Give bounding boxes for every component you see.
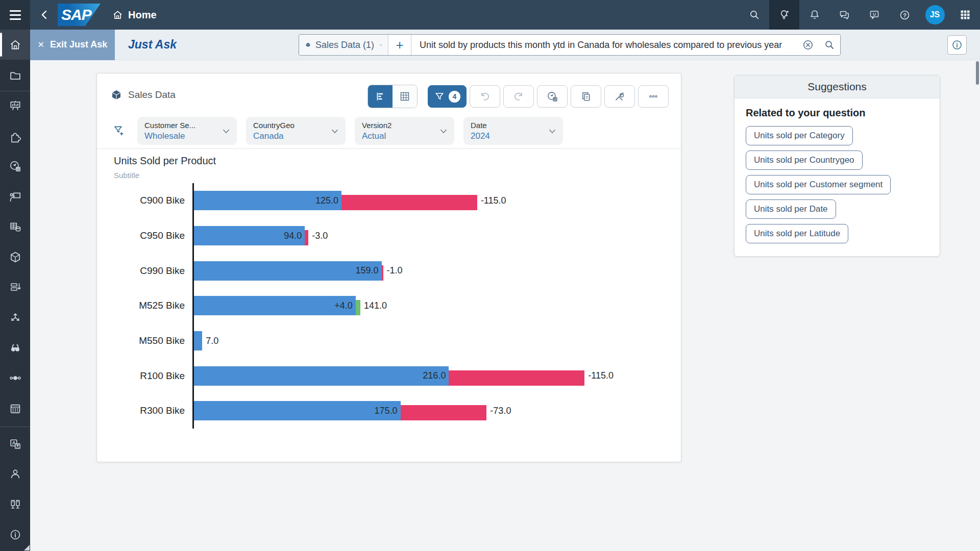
negative-variance-bar[interactable] bbox=[341, 195, 477, 210]
sidebar-item-system-information[interactable] bbox=[0, 522, 30, 547]
help-button[interactable]: ? bbox=[890, 0, 920, 30]
sidebar-item-data-flows[interactable] bbox=[0, 366, 30, 390]
bar-group: 125.0-115.0 bbox=[194, 183, 681, 218]
edit-tools-button[interactable] bbox=[604, 85, 635, 108]
value-bar[interactable]: 94.0 bbox=[194, 226, 305, 245]
value-bar[interactable]: 125.0 bbox=[194, 191, 341, 210]
notifications-button[interactable] bbox=[799, 0, 829, 30]
funnel-icon bbox=[434, 91, 445, 102]
sidebar-item-datasets[interactable] bbox=[0, 215, 30, 239]
table-view-button[interactable] bbox=[393, 85, 417, 108]
category-label: M525 Bike bbox=[97, 300, 185, 311]
sidebar-item-home[interactable] bbox=[0, 30, 30, 60]
add-dataset-button[interactable]: + bbox=[388, 35, 411, 55]
sidebar-item-connections[interactable] bbox=[0, 492, 30, 517]
sidebar-item-modeler[interactable] bbox=[0, 245, 30, 269]
suggestions-section-title: Related to your question bbox=[746, 107, 928, 119]
explorer-button[interactable] bbox=[537, 85, 568, 108]
binoculars-icon bbox=[9, 341, 22, 355]
filter-chip-countrygeo[interactable]: CountryGeo Canada bbox=[246, 117, 346, 145]
undo-button[interactable] bbox=[470, 85, 500, 108]
value-bar[interactable]: 175.0 bbox=[194, 401, 401, 420]
submit-question-button[interactable] bbox=[819, 35, 840, 55]
filter-chip-label: CountryGeo bbox=[253, 121, 328, 130]
suggestion-units-per-customer-segment[interactable]: Units sold per Customer segment bbox=[746, 175, 891, 194]
dataset-selector[interactable]: Sales Data (1) bbox=[299, 35, 388, 55]
value-bar[interactable]: 216.0 bbox=[194, 366, 449, 386]
sidebar-item-stories[interactable] bbox=[0, 93, 30, 118]
svg-text:?: ? bbox=[903, 12, 906, 18]
sidebar-item-data-explorer[interactable] bbox=[0, 154, 30, 179]
chart-view-button[interactable] bbox=[368, 85, 393, 108]
nodes-link-icon bbox=[9, 371, 22, 385]
category-label: C900 Bike bbox=[97, 195, 185, 206]
negative-variance-bar[interactable] bbox=[305, 230, 308, 245]
sidebar-item-predictive-scenarios[interactable] bbox=[0, 336, 30, 360]
info-button[interactable] bbox=[947, 35, 967, 55]
suggestions-panel: Suggestions Related to your question Uni… bbox=[734, 75, 940, 257]
variance-label: -115.0 bbox=[481, 195, 506, 206]
sidebar-item-transport[interactable] bbox=[0, 305, 30, 330]
just-ask-title: Just Ask bbox=[128, 38, 177, 52]
close-icon: ✕ bbox=[38, 40, 44, 49]
shell-search-button[interactable] bbox=[739, 0, 769, 30]
more-button[interactable] bbox=[638, 85, 669, 108]
copy-button[interactable] bbox=[571, 85, 601, 108]
hamburger-menu-button[interactable] bbox=[0, 0, 30, 30]
scrollbar-thumb[interactable] bbox=[976, 61, 979, 85]
main-content: Sales Data 4 bbox=[30, 60, 980, 551]
sidebar-item-calendar[interactable] bbox=[0, 396, 30, 421]
bar-group: +4.0141.0 bbox=[194, 288, 681, 323]
chart-subtitle: Subtitle bbox=[114, 171, 139, 180]
sidebar-item-applications[interactable] bbox=[0, 124, 30, 148]
add-filter-button[interactable] bbox=[111, 119, 127, 142]
negative-variance-bar[interactable] bbox=[449, 370, 584, 386]
chart-row: M525 Bike+4.0141.0 bbox=[97, 288, 681, 323]
suggestion-units-per-category[interactable]: Units sold per Category bbox=[746, 126, 853, 145]
list-download-icon bbox=[9, 281, 22, 294]
chart-row: R300 Bike175.0-73.0 bbox=[97, 393, 681, 429]
value-bar[interactable]: 159.0 bbox=[194, 261, 382, 281]
feedback-button[interactable] bbox=[860, 0, 890, 30]
filter-chip-label: Version2 bbox=[362, 121, 437, 130]
discussions-button[interactable] bbox=[829, 0, 860, 30]
value-bar[interactable]: +4.0 bbox=[194, 296, 356, 315]
sidebar-resize-handle[interactable] bbox=[24, 545, 30, 550]
home-icon bbox=[112, 9, 124, 21]
exit-just-ask-button[interactable]: ✕ Exit Just Ask bbox=[30, 30, 115, 60]
negative-variance-bar[interactable] bbox=[382, 265, 383, 281]
sidebar-item-translation[interactable]: A bbox=[0, 432, 30, 457]
chart-title: Units Sold per Product bbox=[114, 155, 216, 167]
negative-variance-bar[interactable] bbox=[401, 405, 487, 420]
sap-logo: SAP bbox=[58, 4, 101, 26]
user-avatar[interactable]: JS bbox=[920, 0, 950, 30]
suggestion-units-per-countrygeo[interactable]: Units sold per Countrygeo bbox=[746, 151, 863, 170]
variance-label: -3.0 bbox=[312, 231, 328, 241]
positive-variance-bar[interactable] bbox=[356, 300, 360, 315]
suggestions-header: Suggestions bbox=[734, 76, 940, 98]
sidebar-item-boardroom[interactable] bbox=[0, 185, 30, 209]
question-input[interactable] bbox=[411, 35, 797, 55]
redo-button[interactable] bbox=[503, 85, 534, 108]
filter-chip-version[interactable]: Version2 Actual bbox=[355, 117, 454, 145]
filter-chip-label: Customer Se... bbox=[144, 121, 219, 130]
value-bar[interactable] bbox=[194, 331, 202, 350]
sidebar-item-security[interactable] bbox=[0, 462, 30, 486]
calendar-icon bbox=[9, 402, 22, 415]
sidebar-item-requests[interactable] bbox=[0, 275, 30, 299]
sidebar-divider bbox=[0, 427, 30, 427]
value-label: 159.0 bbox=[356, 265, 382, 276]
just-ask-button[interactable] bbox=[769, 0, 799, 30]
shell-bar: SAP Home ? JS bbox=[0, 0, 980, 30]
suggestion-units-per-latitude[interactable]: Units sold per Latitude bbox=[746, 224, 848, 243]
suggestion-units-per-date[interactable]: Units sold per Date bbox=[746, 199, 836, 219]
clear-question-button[interactable] bbox=[797, 35, 819, 55]
bar-group: 175.0-73.0 bbox=[194, 393, 681, 429]
back-button[interactable] bbox=[34, 0, 55, 30]
filter-chip-date[interactable]: Date 2024 bbox=[463, 117, 563, 145]
filter-button[interactable]: 4 bbox=[428, 85, 467, 108]
sidebar-item-files[interactable] bbox=[0, 63, 30, 88]
filter-chip-customer-segment[interactable]: Customer Se... Wholesale bbox=[137, 117, 237, 145]
view-toggle bbox=[368, 85, 418, 108]
app-launcher-button[interactable] bbox=[950, 0, 980, 30]
